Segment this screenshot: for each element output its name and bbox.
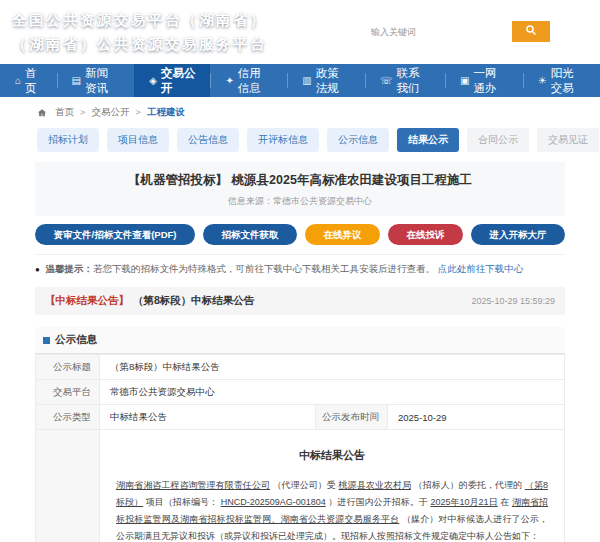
nav-item-label: 新闻资讯 [85,66,119,96]
result-timestamp: 2025-10-29 15:59:29 [471,296,555,306]
section-header: 公示信息 [35,327,565,354]
download-center-link[interactable]: 点此处前往下载中心 [438,263,524,274]
breadcrumb-separator: ＞ [78,106,88,119]
category-tab[interactable]: 招标计划 [37,128,99,152]
action-button[interactable]: 在线投诉 [388,224,463,245]
site-logo: 全国公共资源交易平台（湖南省） （湖南省）公共资源交易服务平台 [12,9,267,57]
nav-item-label: 联系我们 [396,66,430,96]
nav-item[interactable]: ▥ 政策法规 [287,64,365,97]
nav-item[interactable]: ☏ 联系我们 [365,64,445,97]
breadcrumb-separator: ＞ [134,106,144,119]
breadcrumb-item[interactable]: 交易公开 [92,106,130,119]
row-label: 交易平台 [36,380,100,405]
row-label: 公示发布时间 [316,405,388,430]
result-title: （第8标段）中标结果公告 [133,294,254,308]
publicity-info-table: 公示标题 （第8标段）中标结果公告 交易平台 常德市公共资源交易中心 公示类型 … [35,354,565,542]
breadcrumb: 首页 ＞ 交易公开 ＞ 工程建设 [0,97,600,126]
main-nav: ⌂ 首页 ▤ 新闻资讯 ◈ 交易公开 ✦ 信用信息 ▥ 政策法规 [0,64,600,97]
header-banner: 全国公共资源交易平台（湖南省） （湖南省）公共资源交易服务平台 [0,0,600,64]
logo-line1: 全国公共资源交易平台（湖南省） [12,9,267,33]
nav-item-icon: ▥ [302,75,311,86]
table-row: 交易平台 常德市公共资源交易中心 [36,380,565,405]
paragraph-segment: ）进行国内公开招标。于 [328,497,428,507]
table-row: 公示标题 （第8标段）中标结果公告 [36,355,565,380]
notice-prefix: 温馨提示： [45,263,93,274]
category-tabs: 招标计划 项目信息 公告信息 开评标信息 公示信息 结果公示 合同公示 交易见证… [0,126,600,152]
announcement-body: 中标结果公告 湖南省湘咨工程咨询管理有限责任公司 （代理公司）受 桃源县农业农村… [100,430,565,542]
logo-line2: （湖南省）公共资源交易服务平台 [12,33,267,57]
nav-item-icon: ◈ [149,75,157,86]
category-tab[interactable]: 公告信息 [177,128,239,152]
nav-item-label: 信用信息 [238,66,272,96]
nav-item[interactable]: ▤ 新闻资讯 [57,64,135,97]
info-source: 信息来源：常德市公共资源交易中心 [45,195,555,208]
nav-item-icon: ⌂ [15,75,21,86]
action-button-row: 资审文件/招标文件查看(PDF) 招标文件获取 在线异议 在线投诉 进入开标大厅 [35,224,565,245]
nav-item[interactable]: ▣ 一网通办 [445,64,523,97]
nav-item-label: 一网通办 [474,66,508,96]
paragraph-segment: 桃源县农业农村局 [339,480,411,490]
row-value: 中标结果公告 [100,405,316,430]
category-tab[interactable]: 合同公示 [467,128,529,152]
paragraph-segment: （代理公司）受 [273,480,336,490]
category-tab[interactable]: 结果公示 [397,128,459,152]
action-button[interactable]: 进入开标大厅 [471,224,565,245]
category-tab[interactable]: 项目信息 [107,128,169,152]
paragraph-segment: 湖南省湘咨工程咨询管理有限责任公司 [116,480,270,490]
paragraph-segment: （招标人）的委托，代理的 [414,480,523,490]
nav-item-icon: ✦ [225,75,233,86]
search-input[interactable] [364,21,512,42]
nav-item-icon: ▣ [460,75,469,86]
row-label-empty [36,430,100,542]
search-button[interactable] [512,21,550,42]
nav-item-icon: ☏ [380,75,393,86]
row-value: 常德市公共资源交易中心 [100,380,565,405]
action-button[interactable]: 资审文件/招标文件查看(PDF) [35,224,195,245]
announcement-title: 中标结果公告 [116,448,548,463]
nav-item[interactable]: ◈ 交易公开 [134,64,210,97]
row-label: 公示类型 [36,405,100,430]
nav-item-label: 首页 [25,66,41,96]
table-row-content: 中标结果公告 湖南省湘咨工程咨询管理有限责任公司 （代理公司）受 桃源县农业农村… [36,430,565,542]
nav-item[interactable]: ☀ 阳光交易 [523,64,600,97]
nav-item-icon: ☀ [538,75,547,86]
breadcrumb-item[interactable]: 工程建设 [147,106,185,119]
action-button[interactable]: 在线异议 [305,224,380,245]
table-row: 公示类型 中标结果公告 公示发布时间 2025-10-29 [36,405,565,430]
announcement-paragraph: 湖南省湘咨工程咨询管理有限责任公司 （代理公司）受 桃源县农业农村局 （招标人）… [116,477,548,542]
category-tab[interactable]: 交易见证 [537,128,599,152]
nav-item-icon: ▤ [72,75,81,86]
nav-item-label: 阳光交易 [551,66,585,96]
result-tag: 【中标结果公告】 [45,294,129,308]
category-tab[interactable]: 公示信息 [327,128,389,152]
search-icon [525,24,537,39]
row-label: 公示标题 [36,355,100,380]
row-value: （第8标段）中标结果公告 [100,355,565,380]
action-button[interactable]: 招标文件获取 [203,224,297,245]
row-value: 2025-10-29 [388,405,565,430]
paragraph-segment: HNCD-202509AG-001804 [221,497,326,507]
category-tab[interactable]: 开评标信息 [247,128,319,152]
tip-notice: ● 温馨提示：若您下载的招标文件为特殊格式，可前往下载中心下载相关工具安装后进行… [35,254,565,276]
home-icon [37,108,47,118]
paragraph-segment: 2025年10月21日 [430,497,497,507]
page-title: 【机器管招投标】 桃源县2025年高标准农田建设项目工程施工 [45,172,555,189]
nav-item[interactable]: ✦ 信用信息 [210,64,287,97]
nav-item[interactable]: ⌂ 首页 [0,64,57,97]
nav-item-label: 政策法规 [316,66,350,96]
paragraph-segment: 在 [500,497,509,507]
section-title: 公示信息 [55,333,97,347]
nav-item-label: 交易公开 [161,66,196,96]
header-search [364,21,550,42]
blue-square-icon [43,337,50,344]
result-bar[interactable]: 【中标结果公告】 （第8标段）中标结果公告 2025-10-29 15:59:2… [35,287,565,315]
article-header: 【机器管招投标】 桃源县2025年高标准农田建设项目工程施工 信息来源：常德市公… [35,162,565,216]
page: 全国公共资源交易平台（湖南省） （湖南省）公共资源交易服务平台 ⌂ 首页 [0,0,600,542]
notice-text: 若您下载的招标文件为特殊格式，可前往下载中心下载相关工具安装后进行查看。 [93,263,435,274]
breadcrumb-item[interactable]: 首页 [55,106,74,119]
bullet-icon: ● [35,265,40,274]
paragraph-segment: 项目（招标编号： [146,497,218,507]
